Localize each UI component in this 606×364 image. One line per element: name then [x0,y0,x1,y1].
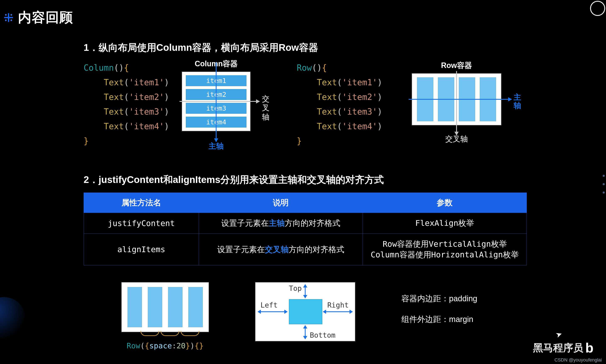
section-1: 1．纵向布局使用Column容器，横向布局采用Row容器 Column(){ T… [84,41,581,148]
pad-label-left: Left [260,301,278,309]
text-padding: 容器内边距：padding [401,288,477,309]
row-diagram-title: Row容器 [412,60,502,71]
title-row: 内容回顾 [0,0,606,29]
text-margin: 组件外边距：margin [401,309,477,330]
space-braces-icon [121,331,209,337]
space-item [188,287,203,327]
column-code-block: Column(){ Text('item1') Text('item2') Te… [84,60,169,148]
row-diagram: Row容器 主轴 交叉轴 [412,60,502,125]
space-item [168,287,182,327]
padding-margin-text: 容器内边距：padding 组件外边距：margin [401,288,477,330]
props-table: 属性方法名 说明 参数 justifyContent 设置子元素在主轴方向的对齐… [84,193,527,265]
th-name: 属性方法名 [84,193,199,213]
arrow-right-icon [323,311,352,312]
section-2-heading: 2．justifyContent和alignItems分别用来设置主轴和交叉轴的… [84,173,581,186]
section-2: 2．justifyContent和alignItems分别用来设置主轴和交叉轴的… [84,173,581,350]
column-main-axis-label: 主轴 [209,141,224,151]
space-item [128,287,142,327]
th-param: 参数 [363,193,527,213]
pad-label-right: Right [327,301,349,309]
row-cross-axis-arrow [456,71,457,135]
brand-b-icon: b [585,340,593,356]
column-main-axis-arrow [216,62,217,142]
cell-param: FlexAlign枚举 [363,213,527,234]
cell-desc: 设置子元素在主轴方向的对齐格式 [199,213,363,234]
section-3: Row({space:20}){} Top Bottom Left Right … [121,282,581,350]
section-1-heading: 1．纵向布局使用Column容器，横向布局采用Row容器 [84,41,581,54]
arrow-bottom-icon [305,325,306,339]
sparkle-icon [4,13,13,22]
space-item [148,287,162,327]
table-row: justifyContent 设置子元素在主轴方向的对齐格式 FlexAlign… [84,213,527,234]
column-cross-axis-arrow [180,101,259,102]
padding-diagram: Top Bottom Left Right [255,282,355,341]
row-code-block: Row(){ Text('item1') Text('item2') Text(… [297,60,382,148]
corner-logo-icon [590,1,605,16]
column-diagram: Column容器 item1 item2 item3 item4 主轴 交叉轴 [182,59,251,131]
space-code-label: Row({space:20}){} [121,341,209,350]
cell-param: Row容器使用VerticalAlign枚举 Column容器使用Horizon… [363,234,527,265]
cell-name: alignItems [84,234,199,265]
row-main-axis-label: 主轴 [514,93,522,110]
column-cross-axis-label: 交叉轴 [262,94,270,121]
page-title: 内容回顾 [18,8,73,26]
arrow-top-icon [305,285,306,298]
padding-inner-box [289,299,322,324]
pad-label-top: Top [289,284,302,292]
cell-desc: 设置子元素在交叉轴方向的对齐格式 [199,234,363,265]
brand-logo: 黑马程序员 b [533,340,593,356]
th-desc: 说明 [199,193,363,213]
credit-text: CSDN @youyoufenglai [554,357,602,363]
arrow-left-icon [258,311,287,312]
row-cross-axis-label: 交叉轴 [445,134,468,144]
right-dots-decoration [603,175,605,194]
pad-label-bottom: Bottom [310,331,335,339]
table-row: alignItems 设置子元素在交叉轴方向的对齐格式 Row容器使用Verti… [84,234,527,265]
blue-glow-decoration [0,297,25,339]
row-main-axis-arrow [409,99,512,100]
cell-name: justifyContent [84,213,199,234]
space-diagram: Row({space:20}){} [121,282,209,350]
